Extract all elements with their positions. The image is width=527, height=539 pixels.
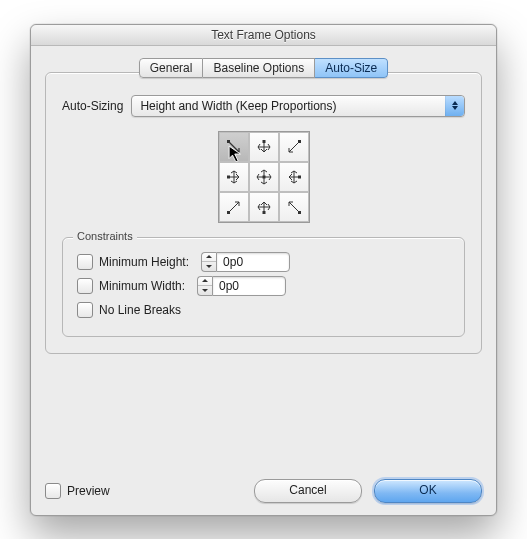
min-width-label: Minimum Width: [99,279,185,293]
tab-auto-size[interactable]: Auto-Size [315,58,388,78]
no-line-breaks-label: No Line Breaks [99,303,181,317]
arrows-all-icon [255,168,273,186]
ok-button[interactable]: OK [374,479,482,503]
ref-mid-right[interactable] [279,162,309,192]
auto-size-panel: Auto-Sizing Height and Width (Keep Propo… [45,72,482,354]
min-width-checkbox[interactable] [77,278,93,294]
window-title: Text Frame Options [31,25,496,46]
min-height-stepper[interactable] [201,252,216,272]
ref-bottom-right[interactable] [279,192,309,222]
ref-mid-left[interactable] [219,162,249,192]
ref-top-left[interactable] [219,132,249,162]
svg-rect-19 [262,211,265,214]
ref-center[interactable] [249,162,279,192]
arrow-diag-icon [225,138,243,156]
constraints-group: Constraints Minimum Height: 0p0 [62,237,465,337]
ref-bottom-center[interactable] [249,192,279,222]
ref-bottom-left[interactable] [219,192,249,222]
auto-sizing-select[interactable]: Height and Width (Keep Proportions) [131,95,465,117]
reference-point-grid [218,131,310,223]
ref-top-right[interactable] [279,132,309,162]
constraints-title: Constraints [73,230,137,242]
tabs: General Baseline Options Auto-Size [45,58,482,82]
auto-sizing-label: Auto-Sizing [62,99,123,113]
svg-rect-14 [298,175,301,178]
arrows-icon [225,168,243,186]
svg-rect-8 [227,175,230,178]
min-width-stepper[interactable] [197,276,212,296]
min-width-field[interactable]: 0p0 [212,276,286,296]
no-line-breaks-checkbox[interactable] [77,302,93,318]
arrow-diag-icon [225,198,243,216]
min-height-checkbox[interactable] [77,254,93,270]
cancel-button[interactable]: Cancel [254,479,362,503]
tab-baseline-options[interactable]: Baseline Options [203,58,315,78]
svg-line-18 [229,202,239,212]
dialog-window: Text Frame Options General Baseline Opti… [30,24,497,516]
arrows-icon [255,138,273,156]
preview-checkbox[interactable] [45,483,61,499]
tab-general[interactable]: General [139,58,204,78]
ref-top-center[interactable] [249,132,279,162]
min-height-field[interactable]: 0p0 [216,252,290,272]
svg-line-1 [229,142,239,152]
arrows-icon [255,198,273,216]
svg-line-7 [289,142,299,152]
svg-rect-3 [262,140,265,143]
arrow-diag-icon [285,198,303,216]
min-height-label: Minimum Height: [99,255,189,269]
select-arrows-icon [445,96,464,116]
svg-line-23 [289,202,299,212]
preview-label: Preview [67,484,110,498]
arrows-icon [285,168,303,186]
auto-sizing-value: Height and Width (Keep Proportions) [132,99,445,113]
arrow-diag-icon [285,138,303,156]
